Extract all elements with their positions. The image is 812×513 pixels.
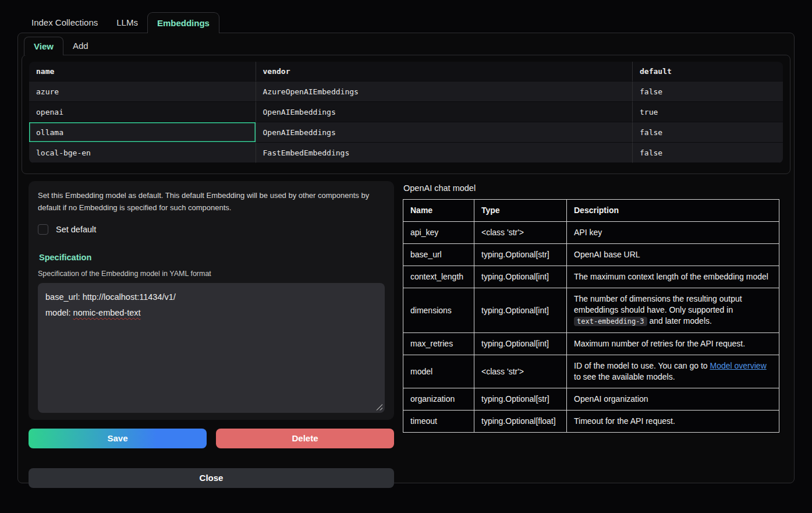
param-type: typing.Optional[int] bbox=[474, 266, 567, 288]
specification-caption: Specification of the Embedding model in … bbox=[38, 270, 385, 278]
cell-default[interactable]: true bbox=[632, 102, 783, 122]
param-name: timeout bbox=[403, 411, 474, 433]
schema-column-name: Name bbox=[403, 200, 474, 222]
cell-vendor[interactable]: AzureOpenAIEmbeddings bbox=[256, 82, 633, 102]
yaml-line-1: base_url: http://localhost:11434/v1/ bbox=[45, 289, 377, 306]
yaml-line-2: model: nomic-embed-text bbox=[45, 305, 377, 321]
edit-card: Set this Embedding model as default. Thi… bbox=[29, 181, 394, 420]
column-header-vendor[interactable]: vendor bbox=[256, 62, 633, 82]
param-name: model bbox=[403, 355, 474, 388]
embeddings-table-panel: name vendor default azure AzureOpenAIEmb… bbox=[22, 55, 790, 174]
resize-handle-icon[interactable] bbox=[376, 404, 382, 411]
cell-default[interactable]: false bbox=[632, 82, 783, 102]
embedding-row-local-bge-en[interactable]: local-bge-en FastEmbedEmbeddings false bbox=[29, 143, 783, 163]
schema-row-timeout: timeout typing.Optional[float] Timeout f… bbox=[403, 411, 779, 433]
edit-column: Set this Embedding model as default. Thi… bbox=[29, 181, 394, 488]
cell-vendor[interactable]: OpenAIEmbeddings bbox=[256, 102, 633, 122]
param-description: Maximum number of retries for the API re… bbox=[567, 333, 779, 355]
schema-column-type: Type bbox=[474, 200, 567, 222]
set-default-row[interactable]: Set default bbox=[38, 224, 385, 235]
model-overview-link[interactable]: Model overview bbox=[710, 361, 767, 370]
embedding-row-ollama-selected[interactable]: ollama OpenAIEmbeddings false bbox=[29, 122, 783, 143]
param-description: OpenAI base URL bbox=[567, 244, 779, 266]
tab-llms[interactable]: LLMs bbox=[107, 12, 147, 33]
schema-row-api-key: api_key <class 'str'> API key bbox=[403, 222, 779, 244]
param-type: typing.Optional[int] bbox=[474, 288, 567, 333]
column-header-default[interactable]: default bbox=[632, 62, 783, 82]
param-type: typing.Optional[int] bbox=[474, 333, 567, 355]
column-header-name[interactable]: name bbox=[29, 62, 256, 82]
cell-vendor[interactable]: FastEmbedEmbeddings bbox=[256, 143, 633, 163]
schema-row-organization: organization typing.Optional[str] OpenAI… bbox=[403, 388, 779, 411]
param-name: base_url bbox=[403, 244, 474, 266]
close-button[interactable]: Close bbox=[29, 468, 394, 488]
embeddings-table-header: name vendor default bbox=[29, 62, 783, 82]
param-type: <class 'str'> bbox=[474, 355, 567, 388]
cell-name-selected[interactable]: ollama bbox=[29, 122, 256, 143]
save-button[interactable]: Save bbox=[29, 429, 207, 448]
param-description: ID of the model to use. You can go to Mo… bbox=[567, 355, 779, 388]
specification-textarea[interactable]: base_url: http://localhost:11434/v1/ mod… bbox=[38, 283, 385, 413]
subtab-view[interactable]: View bbox=[24, 37, 63, 55]
cell-name[interactable]: local-bge-en bbox=[29, 143, 256, 163]
param-name: api_key bbox=[403, 222, 474, 244]
param-name: dimensions bbox=[403, 288, 474, 333]
param-type: typing.Optional[str] bbox=[474, 388, 567, 411]
sub-tab-bar: View Add bbox=[18, 33, 794, 55]
schema-row-dimensions: dimensions typing.Optional[int] The numb… bbox=[403, 288, 779, 333]
embedding-row-azure[interactable]: azure AzureOpenAIEmbeddings false bbox=[29, 82, 783, 102]
default-description: Set this Embedding model as default. Thi… bbox=[38, 190, 385, 214]
top-tab-bar: Index Collections LLMs Embeddings bbox=[17, 12, 795, 33]
schema-row-base-url: base_url typing.Optional[str] OpenAI bas… bbox=[403, 244, 779, 266]
action-buttons: Save Delete bbox=[29, 429, 394, 448]
param-description: Timeout for the API request. bbox=[567, 411, 779, 433]
subtab-add[interactable]: Add bbox=[63, 37, 98, 55]
delete-button[interactable]: Delete bbox=[216, 429, 394, 448]
cell-default[interactable]: false bbox=[632, 122, 783, 143]
set-default-checkbox[interactable] bbox=[38, 224, 48, 235]
code-chip: text-embedding-3 bbox=[574, 317, 647, 326]
param-description: The maximum context length of the embedd… bbox=[567, 266, 779, 288]
schema-row-context-length: context_length typing.Optional[int] The … bbox=[403, 266, 779, 288]
cell-default[interactable]: false bbox=[632, 143, 783, 163]
param-type: <class 'str'> bbox=[474, 222, 567, 244]
schema-row-max-retries: max_retries typing.Optional[int] Maximum… bbox=[403, 333, 779, 355]
param-name: context_length bbox=[403, 266, 474, 288]
param-type: typing.Optional[str] bbox=[474, 244, 567, 266]
param-description: OpenAI organization bbox=[567, 388, 779, 411]
cell-name[interactable]: openai bbox=[29, 102, 256, 122]
schema-header-row: Name Type Description bbox=[403, 200, 779, 222]
embeddings-table: name vendor default azure AzureOpenAIEmb… bbox=[29, 62, 783, 163]
tab-embeddings[interactable]: Embeddings bbox=[147, 12, 219, 33]
param-name: max_retries bbox=[403, 333, 474, 355]
misspelled-value: nomic-embed-text bbox=[73, 308, 141, 317]
set-default-label: Set default bbox=[56, 225, 96, 234]
schema-title: OpenAI chat model bbox=[403, 183, 779, 193]
schema-table: Name Type Description api_key <class 'st… bbox=[403, 199, 779, 433]
cell-name[interactable]: azure bbox=[29, 82, 256, 102]
cell-vendor[interactable]: OpenAIEmbeddings bbox=[256, 122, 633, 143]
param-description: The number of dimensions the resulting o… bbox=[567, 288, 779, 333]
schema-column: OpenAI chat model Name Type Description … bbox=[403, 181, 783, 488]
param-description: API key bbox=[567, 222, 779, 244]
embeddings-panel: View Add name vendor default azure Azure… bbox=[17, 33, 795, 483]
embedding-row-openai[interactable]: openai OpenAIEmbeddings true bbox=[29, 102, 783, 122]
tab-index-collections[interactable]: Index Collections bbox=[22, 12, 107, 33]
param-name: organization bbox=[403, 388, 474, 411]
specification-heading: Specification bbox=[39, 253, 385, 262]
schema-column-description: Description bbox=[567, 200, 779, 222]
schema-row-model: model <class 'str'> ID of the model to u… bbox=[403, 355, 779, 388]
detail-area: Set this Embedding model as default. Thi… bbox=[18, 174, 794, 488]
param-type: typing.Optional[float] bbox=[474, 411, 567, 433]
